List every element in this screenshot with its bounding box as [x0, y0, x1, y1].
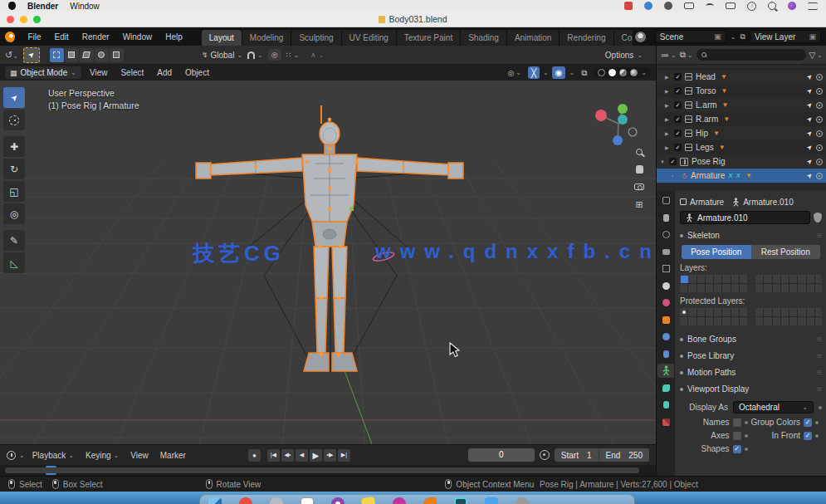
tab-compositing[interactable]: Compo — [614, 30, 633, 46]
outliner-row-armature-selected[interactable]: • ☃ Armature X X ▼ ➤ — [657, 169, 826, 183]
tab-bone[interactable] — [657, 381, 674, 395]
menu-select[interactable]: Select — [115, 68, 149, 77]
outliner-display-mode[interactable]: ⧉⌄ — [680, 50, 693, 60]
tab-shading[interactable]: Shading — [461, 30, 507, 46]
outliner-row-pose-rig[interactable]: ▼ ✓ Pose Rig ➤ — [657, 154, 826, 169]
spotlight-search-icon[interactable] — [768, 2, 776, 10]
dock-app-blue-icon[interactable] — [485, 497, 498, 504]
select-visibility-dropdown[interactable]: ◎⌄ — [504, 66, 525, 79]
scale-tool[interactable]: ◱ — [3, 181, 25, 202]
dock-finder-icon[interactable] — [208, 497, 222, 504]
select-mode-box[interactable] — [65, 48, 79, 62]
group-colors-checkbox[interactable]: ✓ — [804, 418, 812, 427]
tab-render[interactable] — [657, 228, 674, 242]
tab-tool[interactable] — [657, 211, 674, 225]
move-tool[interactable]: ✚ — [3, 136, 25, 157]
options-dropdown[interactable]: Options ⌄ — [605, 51, 643, 60]
tab-bone-constraint[interactable] — [657, 398, 674, 412]
timeline-editor-dropdown[interactable]: ⌄ — [19, 452, 25, 459]
play-reverse-button[interactable]: ◀ — [296, 449, 308, 462]
selectable-icon[interactable]: ➤ — [805, 115, 814, 124]
gizmos-toggle[interactable]: ╳ — [528, 66, 540, 79]
tab-view-layer[interactable] — [657, 262, 674, 276]
dock-app-purple-icon[interactable] — [331, 497, 345, 504]
tab-uv-editing[interactable]: UV Editing — [342, 30, 397, 46]
selectable-icon[interactable]: ➤ — [805, 157, 814, 166]
animate-dot[interactable] — [815, 421, 819, 424]
timeline-editor-icon[interactable] — [7, 451, 16, 460]
menu-view[interactable]: View — [85, 68, 113, 77]
jump-to-end-button[interactable]: ▶| — [338, 449, 350, 462]
hide-viewport-icon[interactable] — [816, 159, 823, 165]
tab-rendering[interactable]: Rendering — [560, 30, 613, 46]
gizmos-dropdown-icon[interactable]: ⌄ — [543, 69, 549, 76]
outliner-filter-button[interactable]: ▽⌄ — [809, 51, 823, 60]
shading-rendered-button[interactable] — [630, 69, 638, 76]
apple-menu-icon[interactable] — [8, 2, 16, 10]
proportional-edit-dropdown[interactable]: ∷ ⌄ — [286, 51, 299, 59]
checkbox-icon[interactable]: ✓ — [674, 73, 682, 81]
section-pose-library[interactable]: Pose Library≡ — [680, 349, 822, 363]
outliner-row-legs[interactable]: ▶ ✓ Legs ▼ ➤ — [657, 140, 826, 154]
section-skeleton[interactable]: Skeleton ≡ — [680, 228, 822, 242]
tab-scene[interactable] — [657, 279, 674, 293]
hide-viewport-icon[interactable] — [816, 173, 823, 179]
menu-help[interactable]: Help — [159, 31, 188, 43]
active-tool-history-icon[interactable]: ↺⌄ — [5, 50, 18, 61]
overlays-dropdown-icon[interactable]: ⌄ — [569, 69, 574, 76]
auto-keyframe-icon[interactable] — [540, 450, 550, 460]
axes-checkbox[interactable] — [733, 432, 741, 440]
animate-dot[interactable] — [819, 406, 822, 409]
rest-position-button[interactable]: Rest Position — [751, 245, 821, 259]
outliner-row-rarm[interactable]: ▶ ✓ R.arm ▼ ➤ — [657, 112, 826, 126]
select-mode-lasso[interactable] — [95, 48, 109, 62]
screen-record-icon[interactable] — [624, 2, 633, 10]
hide-viewport-icon[interactable] — [816, 102, 823, 109]
checkbox-icon[interactable]: ✓ — [674, 87, 682, 95]
dock-app-gray-icon[interactable] — [270, 497, 283, 504]
camera-view-icon[interactable] — [634, 183, 644, 190]
hide-viewport-icon[interactable] — [816, 88, 823, 95]
overlays-toggle[interactable]: ◉ — [552, 66, 566, 79]
display-as-dropdown[interactable]: Octahedral ⌄ — [733, 401, 814, 413]
layers-grid-right[interactable] — [755, 275, 823, 292]
blender-logo-icon[interactable] — [5, 32, 15, 42]
measure-tool[interactable]: ◺ — [3, 252, 25, 273]
selectable-icon[interactable]: ➤ — [805, 100, 814, 110]
expand-arrow-icon[interactable]: ▶ — [665, 144, 671, 150]
outliner-row-larm[interactable]: ▶ ✓ L.arm ▼ ➤ — [657, 98, 826, 112]
fake-user-shield-icon[interactable] — [814, 213, 822, 223]
protected-grid-left[interactable] — [680, 308, 747, 325]
selectable-icon[interactable]: ➤ — [805, 129, 814, 138]
tab-sculpting[interactable]: Sculpting — [291, 30, 341, 46]
expand-arrow-icon[interactable]: ▶ — [665, 130, 671, 136]
breadcrumb-data[interactable]: Armature.010 — [743, 198, 794, 207]
tab-object-data[interactable] — [657, 364, 674, 378]
shapes-checkbox[interactable]: ✓ — [733, 445, 741, 453]
animate-dot[interactable] — [815, 434, 819, 438]
dock-photos-icon[interactable] — [301, 497, 314, 504]
menu-file[interactable]: File — [22, 31, 46, 43]
dock-app-red-icon[interactable] — [239, 497, 252, 504]
in-front-checkbox[interactable]: ✓ — [804, 432, 812, 440]
menu-edit[interactable]: Edit — [49, 31, 75, 43]
tab-modeling[interactable]: Modeling — [242, 30, 292, 46]
checkbox-icon[interactable]: ✓ — [674, 115, 682, 123]
expand-arrow-icon[interactable]: ▶ — [665, 116, 671, 122]
tab-world[interactable] — [657, 296, 674, 310]
scene-selector[interactable]: Scene ▣ — [655, 30, 726, 43]
camera-status-icon[interactable] — [664, 2, 672, 10]
timeline-scrollbar[interactable] — [5, 467, 639, 473]
shading-material-button[interactable] — [619, 69, 627, 76]
menu-object[interactable]: Object — [180, 68, 214, 77]
selectable-icon[interactable]: ➤ — [805, 143, 814, 152]
breadcrumb-object[interactable]: Armature — [690, 198, 724, 207]
tab-animation[interactable]: Animation — [507, 30, 560, 46]
display-icon[interactable] — [684, 2, 694, 9]
pose-position-button[interactable]: Pose Position — [682, 245, 751, 259]
outliner-row-hip[interactable]: ▶ ✓ Hip ▼ ➤ — [657, 126, 826, 140]
current-frame-field[interactable]: 0 — [468, 448, 535, 462]
active-layer-cell[interactable] — [681, 276, 688, 284]
tab-physics[interactable] — [657, 330, 674, 344]
select-mode-circle[interactable] — [80, 48, 94, 62]
